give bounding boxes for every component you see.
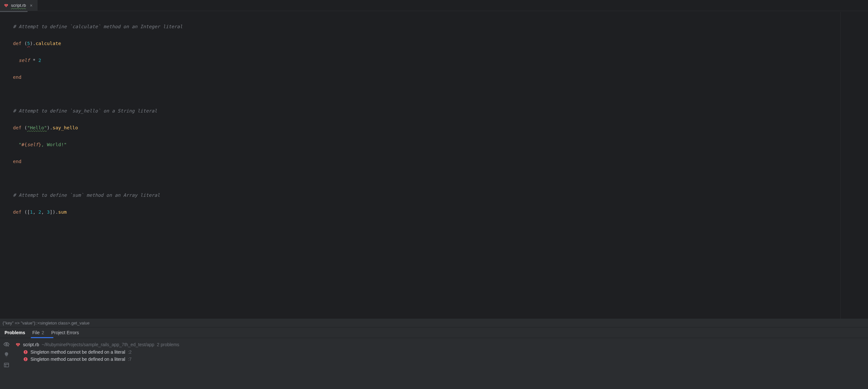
code-self: self <box>19 58 30 63</box>
code-comment: # Attempt to define `say_hello` on a Str… <box>13 108 157 113</box>
code-comment: # Attempt to define `calculate` method o… <box>13 24 183 29</box>
code-keyword: end <box>13 159 21 164</box>
problem-item[interactable]: Singleton method cannot be defined on a … <box>13 356 868 363</box>
error-icon <box>23 357 28 361</box>
tab-label: File <box>32 330 40 335</box>
problem-item[interactable]: Singleton method cannot be defined on a … <box>13 349 868 356</box>
svg-rect-8 <box>25 358 26 360</box>
tab-label: Project Errors <box>51 330 79 335</box>
error-icon <box>23 350 28 354</box>
editor-tabs-bar: script.rb × <box>0 0 868 11</box>
ruby-icon <box>4 3 8 8</box>
code-paren: ) <box>53 210 55 215</box>
problem-line: :7 <box>128 357 132 362</box>
code-string: " <box>19 142 21 147</box>
code-method-name: say_hello <box>53 125 78 130</box>
problems-list: script.rb ~/RubymineProjects/sample_rail… <box>13 338 868 389</box>
layout-icon[interactable] <box>4 362 9 368</box>
svg-rect-1 <box>4 363 9 367</box>
tab-project-errors[interactable]: Project Errors <box>51 330 79 338</box>
code-paren: ( <box>24 210 27 215</box>
code-interp: #{ <box>21 142 27 147</box>
svg-rect-5 <box>25 351 26 352</box>
problem-message: Singleton method cannot be defined on a … <box>30 350 125 355</box>
tab-count: 2 <box>41 330 44 335</box>
code-number: 1 <box>30 210 33 215</box>
code-dot: . <box>33 41 36 46</box>
code-keyword: def <box>13 41 21 46</box>
code-comma: , <box>33 210 38 215</box>
code-paren: ) <box>30 41 33 46</box>
problems-body: script.rb ~/RubymineProjects/sample_rail… <box>0 338 868 389</box>
bulb-icon[interactable] <box>4 352 9 358</box>
code-paren: ( <box>24 41 27 46</box>
code-bracket: ] <box>50 210 53 215</box>
code-self: self <box>27 142 38 147</box>
code-method-name: calculate <box>36 41 61 46</box>
code-editor[interactable]: # Attempt to define `calculate` method o… <box>0 12 868 319</box>
problem-message: Singleton method cannot be defined on a … <box>30 357 125 362</box>
code-number: 3 <box>47 210 50 215</box>
svg-point-0 <box>6 343 7 345</box>
code-dot: . <box>55 210 58 215</box>
problems-file-name: script.rb <box>23 342 39 347</box>
code-op: * <box>30 58 38 63</box>
editor-right-margin <box>840 12 841 318</box>
problems-file-count: 2 problems <box>157 342 179 347</box>
eye-icon[interactable] <box>4 341 9 347</box>
problems-file-row[interactable]: script.rb ~/RubymineProjects/sample_rail… <box>13 341 868 349</box>
code-content: # Attempt to define `calculate` method o… <box>13 12 868 318</box>
code-comment: # Attempt to define `sum` method on an A… <box>13 193 160 198</box>
code-dot: . <box>50 125 53 130</box>
tab-problems[interactable]: Problems <box>4 330 25 338</box>
editor-gutter <box>0 12 13 318</box>
code-keyword: end <box>13 75 21 80</box>
code-keyword: def <box>13 125 21 130</box>
code-keyword: def <box>13 210 21 215</box>
close-icon[interactable]: × <box>29 3 34 8</box>
problems-panel: Problems File 2 Project Errors script.rb… <box>0 327 868 389</box>
app-root: script.rb × # Attempt to define `calcula… <box>0 0 868 389</box>
tab-filename: script.rb <box>11 3 26 8</box>
breadcrumb-text: {"key" => "value"}::<singleton class>.ge… <box>3 321 90 326</box>
code-comma: , <box>41 210 46 215</box>
code-number: 2 <box>38 58 41 63</box>
svg-rect-6 <box>25 353 26 353</box>
code-paren: ) <box>47 125 50 130</box>
code-string: "Hello" <box>27 125 47 130</box>
problem-line: :2 <box>128 350 132 355</box>
problems-sidebar <box>0 338 13 389</box>
tab-file[interactable]: File 2 <box>32 330 44 338</box>
code-method-name: sum <box>58 210 67 215</box>
editor-tab[interactable]: script.rb × <box>0 0 37 11</box>
ruby-icon <box>16 342 21 347</box>
code-string: , World! <box>41 142 64 147</box>
tab-label: Problems <box>4 330 25 335</box>
code-paren: ( <box>24 125 27 130</box>
problems-file-path: ~/RubymineProjects/sample_rails_app_7th_… <box>42 342 154 347</box>
code-string: " <box>64 142 67 147</box>
svg-rect-9 <box>25 360 26 360</box>
problems-tabs: Problems File 2 Project Errors <box>0 327 868 338</box>
breadcrumb[interactable]: {"key" => "value"}::<singleton class>.ge… <box>0 319 868 327</box>
